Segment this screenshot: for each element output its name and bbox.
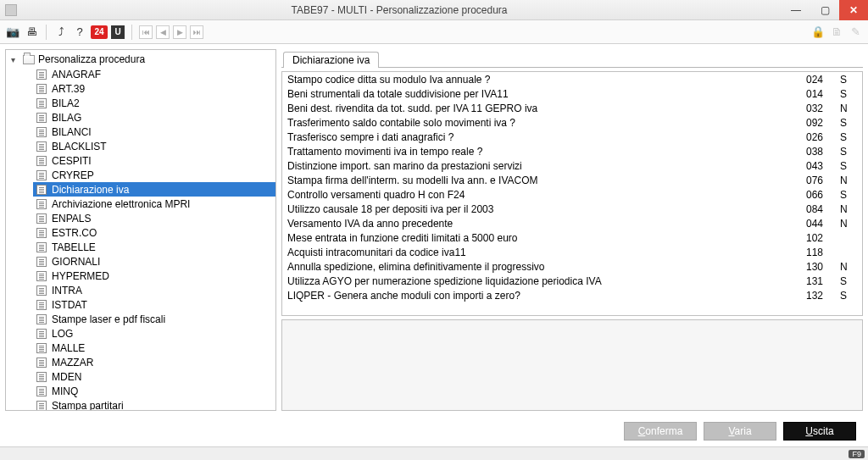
table-row[interactable]: Distinzione import. san marino da presta…: [282, 158, 862, 173]
row-value: N: [828, 173, 862, 187]
row-value: [828, 245, 862, 259]
row-code: 014: [781, 86, 828, 101]
badge-24-icon[interactable]: 24: [91, 25, 108, 39]
upload-icon[interactable]: ⤴: [53, 25, 69, 40]
document-icon: [36, 372, 47, 382]
row-code: 044: [781, 216, 828, 230]
tree-item-label: MDEN: [52, 371, 81, 383]
tree-item-label: ANAGRAF: [52, 69, 101, 80]
document-icon: [36, 84, 47, 94]
table-row[interactable]: Annulla spedizione, elimina definitivame…: [282, 259, 862, 274]
table-row[interactable]: Trattamento movimenti iva in tempo reale…: [282, 144, 862, 158]
row-value: N: [828, 202, 862, 216]
tree-item-label: GIORNALI: [52, 256, 100, 268]
uscita-button[interactable]: Uscita: [783, 422, 856, 441]
tree-item[interactable]: Stampa partitari: [33, 398, 275, 411]
table-row[interactable]: Utilizzo causale 18 per depositi iva per…: [282, 202, 862, 216]
row-value: S: [828, 158, 862, 173]
tree-item[interactable]: BILANCI: [33, 125, 275, 139]
nav-last-icon[interactable]: ⏭: [190, 25, 203, 39]
u-icon[interactable]: U: [111, 25, 125, 39]
table-row[interactable]: Utilizza AGYO per numerazione spedizione…: [282, 274, 862, 288]
tree-item[interactable]: ART.39: [33, 81, 275, 96]
table-row[interactable]: Trasferisco sempre i dati anagrafici ?02…: [282, 130, 862, 144]
row-description: Stampa firma dell'interm. su modelli Iva…: [282, 173, 781, 187]
log-pane[interactable]: [281, 319, 863, 411]
table-row[interactable]: Mese entrata in funzione crediti limitat…: [282, 230, 862, 245]
tree-item[interactable]: BILA2: [33, 96, 275, 110]
table-row[interactable]: Beni dest. rivendita da tot. sudd. per I…: [282, 101, 862, 115]
nav-first-icon[interactable]: ⏮: [139, 25, 153, 39]
tab-dichiarazione-iva[interactable]: Dichiarazione iva: [283, 52, 379, 68]
tree-item[interactable]: Dichiarazione iva: [33, 182, 275, 197]
print-icon[interactable]: 🖶: [24, 25, 39, 40]
tree-root[interactable]: ▾ Personalizza procedura: [11, 52, 275, 67]
tree-item-label: LOG: [52, 328, 73, 340]
conferma-button[interactable]: Conferma: [624, 422, 697, 441]
table-row[interactable]: Trasferimento saldo contabile solo movim…: [282, 115, 862, 130]
tree-toggle-icon[interactable]: ▾: [11, 55, 19, 64]
row-description: Mese entrata in funzione crediti limitat…: [282, 230, 781, 245]
nav-prev-icon[interactable]: ◀: [156, 25, 170, 39]
tree-item[interactable]: MINQ: [33, 384, 275, 398]
tree-item[interactable]: MALLE: [33, 341, 275, 355]
tree-item[interactable]: TABELLE: [33, 240, 275, 254]
nav-next-icon[interactable]: ▶: [173, 25, 186, 39]
tree-item[interactable]: ANAGRAF: [33, 67, 275, 81]
row-code: 131: [781, 274, 828, 288]
table-row[interactable]: LIQPER - Genera anche moduli con importi…: [282, 288, 862, 302]
document-icon: [36, 343, 47, 353]
close-button[interactable]: ✕: [839, 0, 868, 20]
grid-pane[interactable]: Stampo codice ditta su modulo Iva annual…: [281, 71, 863, 316]
row-description: Beni strumentali da totale suddivisione …: [282, 86, 781, 101]
tree-item-label: BILA2: [52, 97, 80, 109]
varia-button[interactable]: Varia: [704, 422, 776, 441]
row-value: N: [828, 259, 862, 274]
row-value: N: [828, 101, 862, 115]
tree-item[interactable]: MAZZAR: [33, 355, 275, 369]
camera-icon[interactable]: 📷: [5, 25, 20, 40]
table-row[interactable]: Controllo versamenti quadro H con F24066…: [282, 187, 862, 202]
tree-item[interactable]: CRYREP: [33, 168, 275, 182]
lock-icon[interactable]: 🔒: [810, 25, 826, 40]
tree-item[interactable]: ISTDAT: [33, 297, 275, 312]
tree-item[interactable]: ENPALS: [33, 211, 275, 225]
table-row[interactable]: Stampo codice ditta su modulo Iva annual…: [282, 72, 862, 86]
tab-bar: Dichiarazione iva: [281, 49, 863, 68]
tree-pane[interactable]: ▾ Personalizza procedura ANAGRAFART.39BI…: [5, 49, 276, 411]
help-icon[interactable]: ?: [72, 25, 87, 40]
tree-item[interactable]: BILAG: [33, 110, 275, 125]
tree-item-label: CESPITI: [52, 155, 92, 167]
minimize-button[interactable]: —: [782, 0, 810, 20]
tree-item-label: Dichiarazione iva: [52, 184, 129, 196]
tree-item[interactable]: MDEN: [33, 369, 275, 384]
tree-item[interactable]: HYPERMED: [33, 269, 275, 283]
table-row[interactable]: Versamento IVA da anno precedente044N: [282, 216, 862, 230]
row-code: 066: [781, 187, 828, 202]
tree-item-label: ESTR.CO: [52, 227, 97, 239]
row-code: 043: [781, 158, 828, 173]
tree-item[interactable]: GIORNALI: [33, 254, 275, 269]
doc-icon[interactable]: 🗎: [829, 25, 844, 40]
tree-item[interactable]: Stampe laser e pdf fiscali: [33, 312, 275, 326]
table-row[interactable]: Stampa firma dell'interm. su modelli Iva…: [282, 173, 862, 187]
row-description: Utilizza AGYO per numerazione spedizione…: [282, 274, 781, 288]
row-description: Controllo versamenti quadro H con F24: [282, 187, 781, 202]
tree-item[interactable]: Archiviazione elettronica MPRI: [33, 197, 275, 211]
tree-item[interactable]: CESPITI: [33, 153, 275, 168]
tree-item[interactable]: INTRA: [33, 283, 275, 297]
document-icon: [36, 156, 47, 166]
table-row[interactable]: Beni strumentali da totale suddivisione …: [282, 86, 862, 101]
row-code: 032: [781, 101, 828, 115]
tree-item[interactable]: LOG: [33, 326, 275, 341]
row-value: S: [828, 187, 862, 202]
tree-item[interactable]: BLACKLIST: [33, 139, 275, 153]
tree-item[interactable]: ESTR.CO: [33, 225, 275, 240]
tree-item-label: MALLE: [52, 342, 85, 354]
row-code: 092: [781, 115, 828, 130]
table-row[interactable]: Acquisti intracomunitari da codice iva11…: [282, 245, 862, 259]
settings-grid: Stampo codice ditta su modulo Iva annual…: [282, 72, 862, 302]
maximize-button[interactable]: ▢: [810, 0, 839, 20]
document-icon: [36, 69, 47, 80]
edit-icon[interactable]: ✎: [848, 25, 863, 40]
